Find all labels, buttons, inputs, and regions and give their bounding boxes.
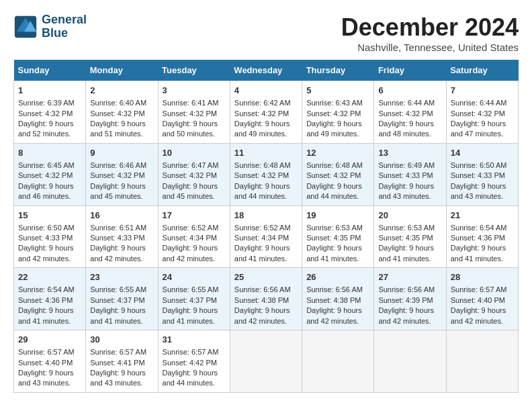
day-number: 27: [378, 271, 441, 283]
day-number: 17: [163, 210, 226, 222]
day-number: 3: [163, 85, 226, 97]
day-number: 21: [451, 210, 514, 222]
calendar-table: SundayMondayTuesdayWednesdayThursdayFrid…: [13, 60, 519, 393]
logo-line2: Blue: [42, 26, 68, 40]
sunrise-label: Sunrise: 6:42 AM: [234, 99, 291, 107]
day-cell: [230, 330, 302, 393]
sunrise-label: Sunrise: 6:51 AM: [90, 224, 146, 232]
sunset-label: Sunset: 4:32 PM: [18, 109, 73, 118]
col-header-tuesday: Tuesday: [158, 60, 230, 81]
day-cell: 4 Sunrise: 6:42 AM Sunset: 4:32 PM Dayli…: [230, 81, 302, 144]
day-cell: 13 Sunrise: 6:49 AM Sunset: 4:33 PM Dayl…: [374, 143, 446, 205]
week-row-1: 1 Sunrise: 6:39 AM Sunset: 4:32 PM Dayli…: [14, 81, 519, 144]
day-cell: 8 Sunrise: 6:45 AM Sunset: 4:32 PM Dayli…: [14, 143, 86, 205]
sunset-label: Sunset: 4:33 PM: [18, 234, 73, 242]
day-cell: 18 Sunrise: 6:52 AM Sunset: 4:34 PM Dayl…: [230, 205, 302, 268]
sunrise-label: Sunrise: 6:48 AM: [306, 161, 363, 169]
day-number: 14: [451, 147, 514, 159]
day-number: 29: [18, 334, 81, 346]
day-cell: 10 Sunrise: 6:47 AM Sunset: 4:32 PM Dayl…: [158, 143, 230, 205]
daylight-label: Daylight: 9 hours and 44 minutes.: [306, 182, 362, 200]
day-cell: 9 Sunrise: 6:46 AM Sunset: 4:32 PM Dayli…: [86, 143, 158, 205]
sunrise-label: Sunrise: 6:55 AM: [163, 285, 219, 293]
day-cell: 22 Sunrise: 6:54 AM Sunset: 4:36 PM Dayl…: [14, 268, 86, 330]
sunset-label: Sunset: 4:33 PM: [90, 234, 144, 242]
daylight-label: Daylight: 9 hours and 46 minutes.: [18, 182, 74, 200]
day-number: 5: [306, 85, 369, 97]
daylight-label: Daylight: 9 hours and 49 minutes.: [306, 120, 362, 138]
daylight-label: Daylight: 9 hours and 42 minutes.: [451, 306, 506, 324]
day-number: 6: [378, 85, 441, 97]
daylight-label: Daylight: 9 hours and 43 minutes.: [18, 369, 74, 387]
sunrise-label: Sunrise: 6:40 AM: [90, 99, 146, 107]
sunset-label: Sunset: 4:34 PM: [234, 234, 289, 242]
sunset-label: Sunset: 4:32 PM: [90, 109, 144, 118]
daylight-label: Daylight: 9 hours and 42 minutes.: [90, 244, 146, 262]
daylight-label: Daylight: 9 hours and 42 minutes.: [378, 306, 434, 324]
daylight-label: Daylight: 9 hours and 45 minutes.: [163, 182, 218, 200]
sunrise-label: Sunrise: 6:44 AM: [451, 99, 507, 107]
sunset-label: Sunset: 4:32 PM: [451, 109, 505, 118]
daylight-label: Daylight: 9 hours and 41 minutes.: [451, 244, 506, 262]
day-number: 28: [451, 271, 514, 283]
day-cell: 23 Sunrise: 6:55 AM Sunset: 4:37 PM Dayl…: [86, 268, 158, 330]
sunrise-label: Sunrise: 6:53 AM: [378, 224, 435, 232]
week-row-5: 29 Sunrise: 6:57 AM Sunset: 4:40 PM Dayl…: [14, 330, 519, 393]
week-row-2: 8 Sunrise: 6:45 AM Sunset: 4:32 PM Dayli…: [14, 143, 519, 205]
daylight-label: Daylight: 9 hours and 41 minutes.: [378, 244, 434, 262]
sunset-label: Sunset: 4:32 PM: [378, 109, 433, 118]
sunrise-label: Sunrise: 6:45 AM: [18, 161, 75, 169]
day-cell: 25 Sunrise: 6:56 AM Sunset: 4:38 PM Dayl…: [230, 268, 302, 330]
day-cell: 12 Sunrise: 6:48 AM Sunset: 4:32 PM Dayl…: [302, 143, 374, 205]
day-cell: 6 Sunrise: 6:44 AM Sunset: 4:32 PM Dayli…: [374, 81, 446, 144]
sunrise-label: Sunrise: 6:55 AM: [90, 285, 146, 293]
sunset-label: Sunset: 4:40 PM: [451, 296, 505, 304]
sunrise-label: Sunrise: 6:54 AM: [18, 285, 75, 293]
col-header-wednesday: Wednesday: [230, 60, 302, 81]
day-cell: 30 Sunrise: 6:57 AM Sunset: 4:41 PM Dayl…: [86, 330, 158, 393]
day-number: 25: [234, 271, 298, 283]
sunrise-label: Sunrise: 6:53 AM: [306, 224, 363, 232]
sunrise-label: Sunrise: 6:50 AM: [451, 161, 507, 169]
day-number: 16: [90, 210, 153, 222]
day-number: 12: [306, 147, 369, 159]
day-number: 15: [18, 210, 81, 222]
location: Nashville, Tennessee, United States: [341, 42, 519, 53]
sunrise-label: Sunrise: 6:57 AM: [18, 348, 75, 356]
sunrise-label: Sunrise: 6:57 AM: [90, 348, 146, 356]
sunset-label: Sunset: 4:32 PM: [163, 109, 217, 118]
daylight-label: Daylight: 9 hours and 50 minutes.: [163, 120, 218, 138]
day-cell: 7 Sunrise: 6:44 AM Sunset: 4:32 PM Dayli…: [446, 81, 518, 144]
daylight-label: Daylight: 9 hours and 43 minutes.: [378, 182, 434, 200]
day-cell: 20 Sunrise: 6:53 AM Sunset: 4:35 PM Dayl…: [374, 205, 446, 268]
day-cell: 27 Sunrise: 6:56 AM Sunset: 4:39 PM Dayl…: [374, 268, 446, 330]
day-number: 24: [163, 271, 226, 283]
logo: General Blue: [13, 13, 87, 40]
sunrise-label: Sunrise: 6:50 AM: [18, 224, 75, 232]
sunrise-label: Sunrise: 6:49 AM: [378, 161, 435, 169]
sunset-label: Sunset: 4:32 PM: [234, 171, 289, 179]
logo-text: General Blue: [42, 13, 87, 40]
day-cell: 26 Sunrise: 6:56 AM Sunset: 4:38 PM Dayl…: [302, 268, 374, 330]
sunrise-label: Sunrise: 6:46 AM: [90, 161, 146, 169]
title-area: December 2024 Nashville, Tennessee, Unit…: [341, 13, 519, 53]
sunset-label: Sunset: 4:37 PM: [90, 296, 144, 304]
sunset-label: Sunset: 4:41 PM: [90, 359, 144, 367]
day-number: 11: [234, 147, 298, 159]
day-cell: 15 Sunrise: 6:50 AM Sunset: 4:33 PM Dayl…: [14, 205, 86, 268]
daylight-label: Daylight: 9 hours and 43 minutes.: [451, 182, 506, 200]
day-number: 31: [163, 334, 226, 346]
daylight-label: Daylight: 9 hours and 44 minutes.: [163, 369, 218, 387]
day-number: 23: [90, 271, 153, 283]
daylight-label: Daylight: 9 hours and 41 minutes.: [18, 306, 74, 324]
sunset-label: Sunset: 4:36 PM: [18, 296, 73, 304]
month-title: December 2024: [341, 13, 519, 42]
calendar-header: SundayMondayTuesdayWednesdayThursdayFrid…: [14, 60, 519, 81]
col-header-thursday: Thursday: [302, 60, 374, 81]
sunrise-label: Sunrise: 6:57 AM: [451, 285, 507, 293]
day-cell: 3 Sunrise: 6:41 AM Sunset: 4:32 PM Dayli…: [158, 81, 230, 144]
daylight-label: Daylight: 9 hours and 41 minutes.: [234, 244, 290, 262]
daylight-label: Daylight: 9 hours and 47 minutes.: [451, 120, 506, 138]
day-number: 18: [234, 210, 298, 222]
sunset-label: Sunset: 4:35 PM: [378, 234, 433, 242]
